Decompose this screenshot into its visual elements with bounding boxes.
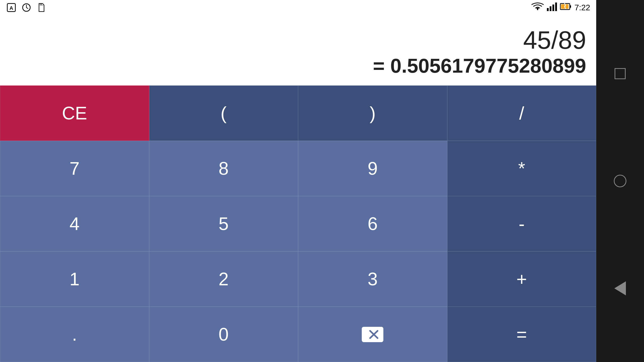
button-close-paren[interactable]: )	[298, 85, 447, 141]
svg-text:A: A	[10, 5, 13, 11]
a-icon: A	[6, 2, 17, 13]
button-backspace[interactable]	[298, 307, 447, 362]
svg-rect-12	[555, 3, 557, 11]
calculator: A	[0, 0, 596, 362]
button-ce[interactable]: CE	[0, 85, 149, 141]
nav-square-button[interactable]	[613, 66, 628, 81]
status-bar: A	[0, 0, 596, 15]
button-one[interactable]: 1	[0, 251, 149, 307]
button-decimal[interactable]: .	[0, 307, 149, 362]
button-seven[interactable]: 7	[0, 141, 149, 196]
button-four[interactable]: 4	[0, 196, 149, 251]
button-multiply[interactable]: *	[447, 141, 596, 196]
button-open-paren[interactable]: (	[149, 85, 298, 141]
sd-card-icon	[36, 2, 47, 13]
button-zero[interactable]: 0	[149, 307, 298, 362]
svg-rect-9	[547, 8, 549, 11]
button-six[interactable]: 6	[298, 196, 447, 251]
backspace-icon	[361, 326, 384, 343]
battery-icon	[560, 2, 572, 13]
clock-icon	[21, 2, 32, 13]
result-display: = 0.5056179775280899	[373, 54, 586, 78]
button-two[interactable]: 2	[149, 251, 298, 307]
expression-display: 45/89	[523, 26, 586, 54]
signal-icon	[547, 2, 557, 13]
status-left-icons: A	[6, 2, 47, 13]
nav-back-button[interactable]	[613, 281, 628, 296]
svg-rect-14	[570, 5, 571, 8]
svg-line-4	[26, 8, 28, 9]
svg-rect-19	[362, 327, 383, 342]
button-nine[interactable]: 9	[298, 141, 447, 196]
button-add[interactable]: +	[447, 251, 596, 307]
button-five[interactable]: 5	[149, 196, 298, 251]
svg-rect-10	[550, 6, 551, 11]
button-subtract[interactable]: -	[447, 196, 596, 251]
display-area: 45/89 = 0.5056179775280899	[0, 15, 596, 85]
svg-rect-11	[552, 5, 554, 11]
button-eight[interactable]: 8	[149, 141, 298, 196]
button-grid: CE()/789*456-123+.0 =	[0, 85, 596, 362]
status-right-icons: 7:22	[531, 2, 590, 13]
button-three[interactable]: 3	[298, 251, 447, 307]
button-divide[interactable]: /	[447, 85, 596, 141]
svg-marker-8	[536, 8, 539, 10]
android-nav-bar	[596, 0, 644, 362]
nav-home-button[interactable]	[613, 173, 628, 189]
wifi-icon	[531, 2, 544, 13]
button-equals[interactable]: =	[447, 307, 596, 362]
status-time: 7:22	[575, 3, 590, 12]
